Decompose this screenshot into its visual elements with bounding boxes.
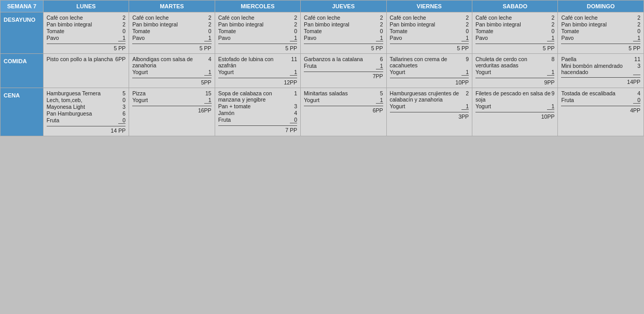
item-name: Sopa de calabaza con manzana y jengibre	[218, 90, 295, 103]
item-pts: 1	[376, 63, 383, 69]
item-name: Lech, tom,ceb,	[47, 97, 82, 103]
total-row: 5 PP	[390, 44, 469, 51]
item-pts: 6PP	[115, 56, 125, 62]
total-row: 4PP	[561, 106, 640, 113]
item-name: Pan bimbo integral	[47, 21, 92, 27]
item-row: Hamburguesa Ternera5	[47, 90, 125, 96]
item-row: Tomate0	[390, 28, 469, 34]
item-name: Pavo	[304, 35, 316, 41]
item-name: Pavo	[218, 35, 231, 41]
item-row: Pisto con pollo a la plancha6PP	[47, 56, 125, 62]
item-pts: 1	[294, 90, 297, 103]
item-row: Filetes de pescado en salsa de soja9	[475, 90, 554, 103]
item-pts: 1	[376, 35, 383, 41]
cell-desayuno-3: Café con leche2Pan bimbo integral2Tomate…	[301, 12, 386, 54]
item-row: Café con leche2	[132, 15, 211, 21]
item-pts: 2	[122, 15, 125, 21]
item-pts: 0	[118, 117, 125, 124]
item-pts: 2	[637, 21, 640, 27]
item-name: Tostada de escalibada	[561, 90, 615, 96]
item-name: Mayonesa Light	[47, 104, 85, 110]
item-pts: 3	[122, 104, 125, 110]
item-pts: 2	[380, 15, 383, 21]
item-name: Jamón	[218, 110, 235, 116]
total-row: 5 PP	[132, 44, 211, 51]
total-row: 5PP	[132, 78, 211, 85]
total-row: 7PP	[304, 72, 383, 79]
item-pts: 0	[208, 28, 212, 34]
item-name: Pan bimbo integral	[132, 21, 178, 27]
item-row: Tallarines con crema de cacahuetes9	[390, 56, 469, 68]
item-row: Pan + tomate3	[218, 103, 297, 109]
item-name: Fruta	[218, 117, 231, 123]
item-name: Pavo	[561, 35, 573, 41]
item-pts: 0	[290, 117, 297, 123]
item-name: Tomate	[218, 28, 236, 34]
item-pts: 11	[291, 56, 297, 68]
item-row: Café con leche2	[475, 15, 554, 21]
item-row: Tostada de escalibada4	[561, 90, 640, 96]
item-pts: 2	[637, 15, 640, 21]
item-name: Yogurt	[390, 69, 405, 76]
cell-comida-5: Chuleta de cerdo con verduritas asadas8Y…	[472, 54, 557, 88]
item-name: Pan + tomate	[218, 103, 251, 109]
cell-desayuno-2: Café con leche2Pan bimbo integral2Tomate…	[215, 12, 300, 54]
total-row: 7 PP	[218, 125, 297, 133]
item-name: Café con leche	[132, 15, 169, 21]
item-row: Hamburguesas crujientes de calabacín y z…	[390, 90, 469, 103]
item-name: Garbanzos a la catalana	[304, 56, 363, 62]
item-row: Sopa de calabaza con manzana y jengibre1	[218, 90, 297, 103]
item-name: Pavo	[47, 35, 59, 41]
item-pts: 1	[118, 35, 125, 41]
item-pts: 4	[208, 56, 212, 68]
item-row: Albondigas com salsa de zanahoria4	[132, 56, 211, 68]
item-row: Yogurt1	[390, 103, 469, 110]
day-header-lunes: LUNES	[43, 1, 129, 12]
item-pts: 0	[552, 28, 555, 34]
item-row: Fruta0	[218, 117, 297, 123]
meal-plan-table: Semana 7 LUNES MARTES MIERCOLES JUEVES V…	[0, 0, 644, 136]
item-pts: 1	[204, 97, 212, 104]
item-row: Chuleta de cerdo con verduritas asadas8	[475, 56, 554, 68]
item-row: Fruta1	[304, 63, 383, 69]
item-name: Tomate	[47, 28, 64, 34]
item-row: Pan bimbo integral2	[390, 21, 469, 27]
item-row: Café con leche2	[218, 15, 297, 21]
total-row: 14 PP	[47, 126, 125, 134]
item-name: Tallarines con crema de cacahuetes	[390, 56, 466, 68]
cell-comida-4: Tallarines con crema de cacahuetes9Yogur…	[386, 54, 472, 88]
item-name: Pisto con pollo a la plancha	[47, 56, 113, 62]
item-name: Albondigas com salsa de zanahoria	[132, 56, 208, 68]
item-pts: 6	[122, 110, 125, 117]
item-row: Tomate0	[218, 28, 297, 34]
item-name: Tomate	[304, 28, 321, 34]
item-name: Yogurt	[475, 103, 491, 110]
item-pts: 1	[633, 35, 640, 41]
item-pts: 0	[380, 28, 383, 34]
item-row: Pan bimbo integral2	[304, 21, 383, 27]
item-pts: 1	[204, 69, 212, 76]
item-name: Pan Hamburguesa	[47, 110, 92, 117]
item-row: Minitartas saladas5	[304, 90, 383, 96]
item-pts: 3	[633, 63, 640, 75]
item-row: Tomate0	[561, 28, 640, 34]
item-row: Tomate0	[47, 28, 125, 34]
item-name: Estofado de lubina con azafrán	[218, 56, 291, 68]
item-pts: 4	[637, 90, 640, 96]
item-row: Pan bimbo integral2	[561, 21, 640, 27]
item-name: Tomate	[475, 28, 493, 34]
item-pts: 1	[461, 103, 469, 110]
item-name: Yogurt	[475, 69, 491, 76]
item-name: Fruta	[47, 117, 60, 124]
item-name: Café con leche	[218, 15, 255, 21]
item-name: Pavo	[132, 35, 145, 41]
item-pts: 9	[466, 56, 469, 68]
item-row: Café con leche2	[304, 15, 383, 21]
item-name: Pan bimbo integral	[561, 21, 607, 27]
cell-comida-0: Pisto con pollo a la plancha6PP	[43, 54, 129, 88]
item-name: Pan bimbo integral	[390, 21, 436, 27]
item-pts: 0	[122, 28, 125, 34]
item-name: Chuleta de cerdo con verduritas asadas	[475, 56, 552, 68]
cell-comida-1: Albondigas com salsa de zanahoria4Yogurt…	[129, 54, 215, 88]
item-row: Pan bimbo integral2	[475, 21, 554, 27]
